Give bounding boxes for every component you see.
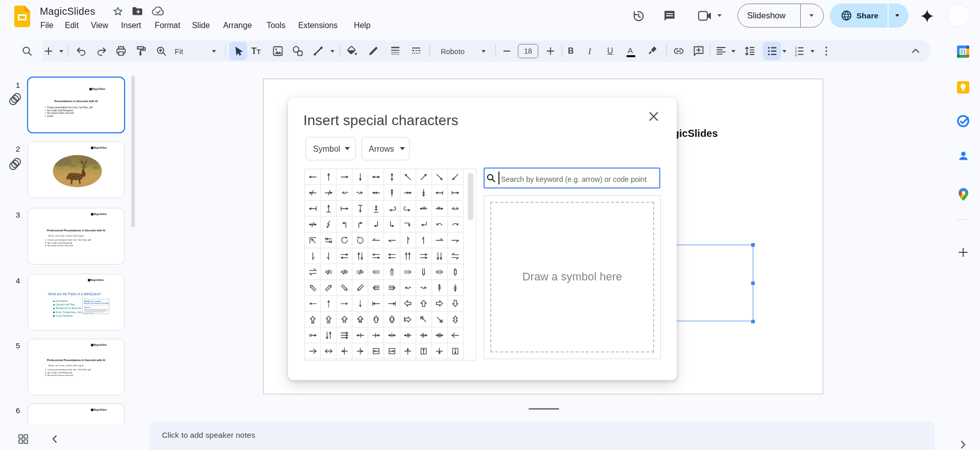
svg-text:31: 31	[960, 49, 966, 55]
svg-text:3: 3	[795, 53, 797, 57]
